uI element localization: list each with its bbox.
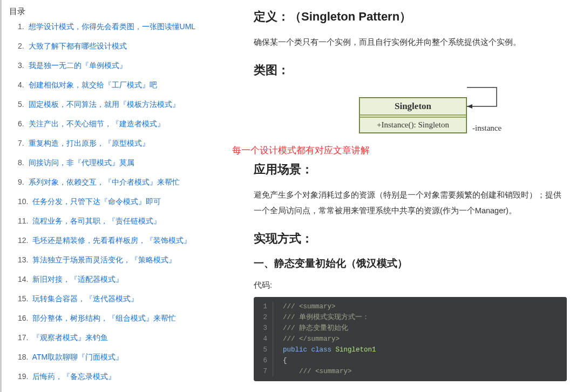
- toc-item-number: 15.: [18, 294, 28, 303]
- toc-link[interactable]: 想学设计模式，你得先会看类图，一张图读懂UML: [26, 22, 195, 31]
- toc-item-number: 14.: [18, 275, 28, 283]
- code-text: /// 静态变量初始化: [273, 323, 348, 334]
- scene-heading: 应用场景：: [254, 161, 567, 178]
- code-text: /// <summary>: [273, 366, 352, 377]
- impl-subheading: 一、静态变量初始化（饿汉模式）: [254, 256, 567, 271]
- code-text: /// 单例模式实现方式一：: [273, 312, 369, 323]
- article-body: 定义：（Singleton Pattern） 确保某一个类只有一个实例，而且自行…: [232, 0, 583, 392]
- toc-item: 17. 『观察者模式』来钓鱼: [18, 333, 228, 343]
- toc-link[interactable]: 部分整体，树形结构，『组合模式』来帮忙: [30, 314, 176, 322]
- toc-item-number: 13.: [18, 255, 28, 264]
- toc-item-number: 12.: [18, 236, 28, 245]
- uml-diagram: 每一个设计模式都有对应文章讲解 Singleton +Instance(): S…: [254, 88, 567, 147]
- toc-item-number: 16.: [18, 314, 28, 322]
- toc-item-number: 17.: [18, 333, 28, 342]
- toc-link[interactable]: 新旧对接，『适配器模式』: [30, 275, 123, 283]
- toc-item: 3. 我是独一无二的『单例模式』: [18, 61, 228, 71]
- toc-item: 4. 创建相似对象，就交给『工厂模式』吧: [18, 80, 228, 90]
- code-line: 6{: [254, 355, 567, 366]
- toc-item-number: 3.: [18, 61, 24, 70]
- toc-link[interactable]: 我是独一无二的『单例模式』: [26, 61, 127, 70]
- toc-item: 5. 固定模板，不同算法，就用『模板方法模式』: [18, 100, 228, 110]
- definition-heading: 定义：（Singleton Pattern）: [254, 9, 567, 25]
- toc-item: 15. 玩转集合容器，『迭代器模式』: [18, 294, 228, 304]
- toc-title: 目录: [8, 6, 228, 17]
- code-text: /// </summary>: [273, 334, 340, 344]
- code-line: 4/// </summary>: [254, 334, 567, 344]
- toc-item: 13. 算法独立于场景而灵活变化，『策略模式』: [18, 255, 228, 265]
- code-line: 5public class Singleton1: [254, 344, 567, 355]
- line-number: 4: [254, 334, 273, 344]
- toc-link[interactable]: 重复构造，打出原形，『原型模式』: [26, 139, 150, 147]
- toc-item-number: 19.: [18, 372, 28, 381]
- toc-link[interactable]: 毛坯还是精装修，先看看样板房，『装饰模式』: [30, 236, 191, 245]
- line-number: 6: [254, 355, 273, 366]
- toc-item: 2. 大致了解下都有哪些设计模式: [18, 42, 228, 51]
- svg-marker-0: [467, 104, 472, 109]
- diagram-heading: 类图：: [254, 62, 567, 78]
- toc-link[interactable]: 后悔药，『备忘录模式』: [30, 372, 116, 381]
- toc-item-number: 1.: [18, 22, 24, 31]
- red-annotation: 每一个设计模式都有对应文章讲解: [232, 144, 370, 157]
- code-text: {: [273, 355, 287, 366]
- toc-link[interactable]: 流程业务，各司其职，『责任链模式』: [30, 217, 161, 225]
- toc-link[interactable]: 间接访问，非『代理模式』莫属: [26, 158, 134, 167]
- table-of-contents: 目录 1. 想学设计模式，你得先会看类图，一张图读懂UML2. 大致了解下都有哪…: [0, 0, 232, 392]
- code-text: public class Singleton1: [273, 344, 376, 355]
- toc-item-number: 5.: [18, 100, 24, 109]
- line-number: 5: [254, 344, 273, 355]
- toc-link[interactable]: 创建相似对象，就交给『工厂模式』吧: [26, 80, 157, 89]
- code-line: 1/// <summary>: [254, 301, 567, 312]
- toc-item-number: 2.: [18, 42, 24, 50]
- assoc-label: -instance: [472, 124, 501, 132]
- code-label: 代码:: [254, 280, 567, 290]
- code-line: 3/// 静态变量初始化: [254, 323, 567, 334]
- toc-item: 10. 任务分发，只管下达『命令模式』即可: [18, 197, 228, 207]
- toc-item-number: 8.: [18, 158, 24, 167]
- toc-link[interactable]: 大致了解下都有哪些设计模式: [26, 42, 127, 50]
- toc-item-number: 18.: [18, 353, 28, 361]
- scene-body: 避免产生多个对象消耗过多的资源（特别是一个对象需要频繁的创建和销毁时）；提供一个…: [254, 187, 567, 219]
- toc-item: 9. 系列对象，依赖交互，『中介者模式』来帮忙: [18, 178, 228, 187]
- uml-method: +Instance(): Singleton: [360, 117, 466, 133]
- toc-link[interactable]: 关注产出，不关心细节，『建造者模式』: [26, 119, 165, 128]
- uml-self-association: -instance: [467, 85, 505, 146]
- toc-item: 18. ATM取款聊聊『门面模式』: [18, 353, 228, 362]
- toc-list: 1. 想学设计模式，你得先会看类图，一张图读懂UML2. 大致了解下都有哪些设计…: [8, 22, 228, 382]
- toc-item-number: 10.: [18, 197, 28, 206]
- toc-item-number: 11.: [18, 217, 28, 225]
- code-block: 1/// <summary>2/// 单例模式实现方式一：3/// 静态变量初始…: [254, 297, 567, 381]
- impl-heading: 实现方式：: [254, 231, 567, 247]
- toc-item: 19. 后悔药，『备忘录模式』: [18, 372, 228, 382]
- toc-item: 16. 部分整体，树形结构，『组合模式』来帮忙: [18, 314, 228, 323]
- toc-item: 8. 间接访问，非『代理模式』莫属: [18, 158, 228, 168]
- toc-link[interactable]: 『观察者模式』来钓鱼: [30, 333, 108, 342]
- line-number: 1: [254, 301, 273, 312]
- toc-link[interactable]: 固定模板，不同算法，就用『模板方法模式』: [26, 100, 180, 109]
- toc-item: 7. 重复构造，打出原形，『原型模式』: [18, 139, 228, 148]
- line-number: 2: [254, 312, 273, 323]
- toc-link[interactable]: 系列对象，依赖交互，『中介者模式』来帮忙: [26, 178, 180, 186]
- toc-item-number: 4.: [18, 80, 24, 89]
- toc-link[interactable]: 任务分发，只管下达『命令模式』即可: [30, 197, 161, 206]
- toc-item: 6. 关注产出，不关心细节，『建造者模式』: [18, 119, 228, 129]
- toc-item-number: 9.: [18, 178, 24, 186]
- uml-class-name: Singleton: [360, 98, 466, 115]
- toc-item: 11. 流程业务，各司其职，『责任链模式』: [18, 217, 228, 226]
- toc-item-number: 6.: [18, 119, 24, 128]
- toc-item: 14. 新旧对接，『适配器模式』: [18, 275, 228, 285]
- toc-item-number: 7.: [18, 139, 24, 147]
- code-text: /// <summary>: [273, 301, 336, 312]
- uml-class-box: Singleton +Instance(): Singleton: [359, 97, 467, 133]
- line-number: 3: [254, 323, 273, 334]
- toc-item: 12. 毛坯还是精装修，先看看样板房，『装饰模式』: [18, 236, 228, 246]
- definition-body: 确保某一个类只有一个实例，而且自行实例化并向整个系统提供这个实例。: [254, 35, 567, 50]
- toc-link[interactable]: 算法独立于场景而灵活变化，『策略模式』: [30, 255, 176, 264]
- toc-link[interactable]: 玩转集合容器，『迭代器模式』: [30, 294, 138, 303]
- toc-item: 1. 想学设计模式，你得先会看类图，一张图读懂UML: [18, 22, 228, 32]
- toc-link[interactable]: ATM取款聊聊『门面模式』: [30, 353, 123, 361]
- code-line: 2/// 单例模式实现方式一：: [254, 312, 567, 323]
- code-line: 7 /// <summary>: [254, 366, 567, 377]
- line-number: 7: [254, 366, 273, 377]
